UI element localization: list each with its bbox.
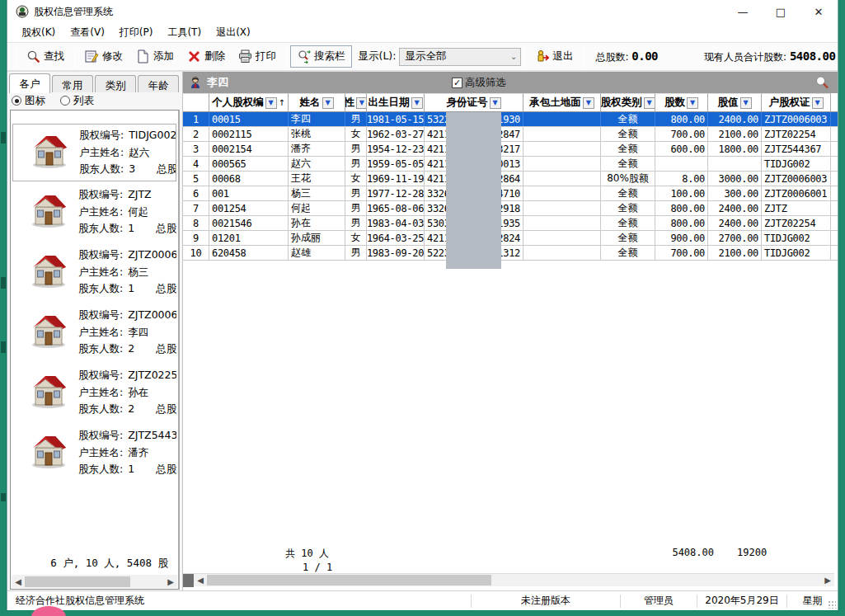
sidebar-horizontal-scrollbar[interactable]: ◀ ▶ <box>12 575 177 588</box>
table-row[interactable]: 7001254何起男1965-08-06332622918全额800.00240… <box>183 201 838 216</box>
cell-code: 0002115 <box>209 127 289 141</box>
delete-button[interactable]: 删除 <box>181 45 232 68</box>
grid-footer-page: 1 / 1 <box>303 562 332 573</box>
radio-list-view[interactable]: 列表 <box>60 94 94 108</box>
modify-button[interactable]: 修改 <box>78 45 129 68</box>
print-button[interactable]: 打印 <box>232 45 283 68</box>
add-button[interactable]: 添加 <box>129 45 181 68</box>
grid-horizontal-scrollbar[interactable]: ◀ ▶ <box>183 573 834 586</box>
table-row[interactable]: 6001杨三男1977-12-28332604710全额100.00300.00… <box>183 186 838 201</box>
filter-dropdown-icon[interactable]: ▼ <box>812 97 824 109</box>
search-icon[interactable] <box>814 75 829 90</box>
household-count-line: 股东人数:1总股数 <box>78 220 176 237</box>
cell-shares: 800.00 <box>655 216 708 230</box>
menu-item-P[interactable]: 打印(P) <box>112 23 161 42</box>
filter-dropdown-icon[interactable]: ▼ <box>740 97 752 109</box>
household-count: 1 <box>128 222 134 234</box>
household-item[interactable]: 股权编号:TIDJG002户主姓名:赵六股东人数:3总股数 <box>12 124 176 181</box>
column-header-承包土地面[interactable]: 承包土地面▼ <box>523 93 601 111</box>
sidebar-summary: 6 户, 10 人, 5408 股 <box>50 557 168 571</box>
column-header-性[interactable]: 性▼ <box>345 93 367 111</box>
radio-dot-icon <box>60 96 70 106</box>
column-header-身份证号[interactable]: 身份证号▼ <box>425 93 523 111</box>
field-label: 股权编号: <box>78 429 123 441</box>
grid-rows: 100015李四男1981-05-15532221930全额800.002400… <box>183 112 838 261</box>
add-page-icon <box>136 49 150 63</box>
household-item[interactable]: 股权编号:ZJTZ544367户主姓名:潘齐股东人数:1总股数 <box>12 425 176 482</box>
table-row[interactable]: 500068王花女1969-11-1942112286480%股额8.00300… <box>183 172 838 186</box>
scroll-right-icon[interactable]: ▶ <box>821 574 834 587</box>
field-label: 股东人数: <box>78 402 123 415</box>
scrollbar-thumb[interactable] <box>25 576 130 587</box>
column-header-户股权证[interactable]: 户股权证▼ <box>762 93 831 111</box>
filter-dropdown-icon[interactable]: ▼ <box>411 97 423 109</box>
household-owner-line: 户主姓名:潘齐 <box>78 444 176 462</box>
table-row[interactable]: 30002154潘齐男1954-12-23421123217全额600.0018… <box>183 142 838 157</box>
menu-item-V[interactable]: 查看(V) <box>63 23 112 42</box>
cell-num: 8 <box>183 216 209 230</box>
scroll-right-icon[interactable]: ▶ <box>164 575 177 588</box>
cell-shares: 700.00 <box>655 127 708 141</box>
searchbar-button[interactable]: 搜索栏 <box>290 45 352 68</box>
household-item[interactable]: 股权编号:ZJTZ0006003户主姓名:李四股东人数:2总股数 <box>12 304 176 362</box>
household-code: ZJTZ544367 <box>128 429 176 441</box>
sidebar-tab-常用[interactable]: 常用 <box>52 75 93 92</box>
table-row[interactable]: 100015李四男1981-05-15532221930全额800.002400… <box>183 112 838 127</box>
table-row[interactable]: 901201孙成丽女1964-03-25421122824全额900.00270… <box>183 231 838 246</box>
radio-icon-view[interactable]: 图标 <box>12 94 45 108</box>
column-header-股权类别[interactable]: 股权类别▼ <box>601 93 655 111</box>
find-button[interactable]: 查找 <box>20 45 71 68</box>
cell-sex: 男 <box>345 201 367 215</box>
cell-num: 7 <box>183 201 209 215</box>
menu-item-K[interactable]: 股权(K) <box>14 23 63 42</box>
sidebar-tab-各户[interactable]: 各户 <box>9 73 50 93</box>
table-row[interactable]: 80021546孙在男1983-04-03530321935全额800.0024… <box>183 216 838 231</box>
field-label-total: 总股数 <box>157 162 176 175</box>
column-header-个人股权编[interactable]: 个人股权编▼↑ <box>209 93 289 111</box>
resize-grip[interactable] <box>828 600 836 609</box>
advanced-filter-checkbox[interactable]: ✓ 高级筛选 <box>452 76 506 90</box>
cell-land <box>523 231 601 245</box>
grid-caption-bar: 李四 ✓ 高级筛选 <box>183 72 838 93</box>
column-header-出生日期[interactable]: 出生日期▼ <box>367 93 425 111</box>
filter-dropdown-icon[interactable]: ▼ <box>322 97 334 109</box>
scroll-left-icon[interactable]: ◀ <box>194 574 207 587</box>
cell-cert: ZJTZ544367 <box>762 142 831 156</box>
filter-dropdown-icon[interactable]: ▼ <box>356 97 367 109</box>
column-header-姓名[interactable]: 姓名▼ <box>289 93 345 111</box>
household-count: 3 <box>129 162 135 175</box>
close-button[interactable]: ✕ <box>800 0 838 23</box>
table-row[interactable]: 10620458赵雄男1983-09-20522321312全额700.0021… <box>183 246 838 261</box>
table-row[interactable]: 4000565赵六男1959-05-05421120013全额TIDJG002 <box>183 157 838 172</box>
household-code: ZJTZ0006003 <box>128 308 176 321</box>
household-listbox: 股权编号:TIDJG002户主姓名:赵六股东人数:3总股数股权编号:ZJTZ户主… <box>10 110 180 590</box>
minimize-button[interactable]: — <box>724 0 762 23</box>
filter-dropdown-icon[interactable]: ▼ <box>687 97 698 109</box>
filter-dropdown-icon[interactable]: ▼ <box>644 97 655 109</box>
scrollbar-thumb[interactable] <box>207 575 491 585</box>
household-item[interactable]: 股权编号:ZJTZ02254户主姓名:孙在股东人数:2总股数 <box>12 364 176 422</box>
household-item[interactable]: 股权编号:ZJTZ户主姓名:何起股东人数:1总股数 <box>12 184 176 242</box>
filter-dropdown-icon[interactable]: ▼ <box>583 97 594 109</box>
column-header-股值[interactable]: 股值▼ <box>708 93 762 111</box>
sidebar-tab-类别[interactable]: 类别 <box>95 75 136 92</box>
scroll-left-icon[interactable]: ◀ <box>12 575 25 588</box>
menu-item-X[interactable]: 退出(X) <box>209 23 258 42</box>
household-item[interactable]: 股权编号:ZJTZ0006001户主姓名:杨三股东人数:1总股数 <box>12 244 176 302</box>
field-label-total: 总股数 <box>156 402 176 415</box>
cell-cert: ZJTZ02254 <box>762 216 831 230</box>
cell-birth: 1954-12-23 <box>367 142 425 156</box>
sidebar-tab-年龄[interactable]: 年龄 <box>138 75 179 92</box>
table-row[interactable]: 20002115张桃女1962-03-27421122847全额700.0021… <box>183 127 838 142</box>
exit-button[interactable]: 退出 <box>528 45 580 68</box>
filter-dropdown-icon[interactable]: ▼ <box>490 97 501 109</box>
menu-item-T[interactable]: 工具(T) <box>160 23 209 42</box>
cell-code: 001 <box>209 186 289 200</box>
filter-dropdown-icon[interactable]: ▼ <box>265 97 277 109</box>
maximize-button[interactable]: □ <box>762 0 800 23</box>
display-filter-combobox[interactable]: 显示全部 ⌄ <box>399 48 521 66</box>
cell-value: 2700.00 <box>708 231 762 245</box>
total-shares: 总股数: 0.00 <box>595 49 658 64</box>
column-header-股数[interactable]: 股数▼ <box>655 93 708 111</box>
cell-value: 300.00 <box>708 186 762 200</box>
